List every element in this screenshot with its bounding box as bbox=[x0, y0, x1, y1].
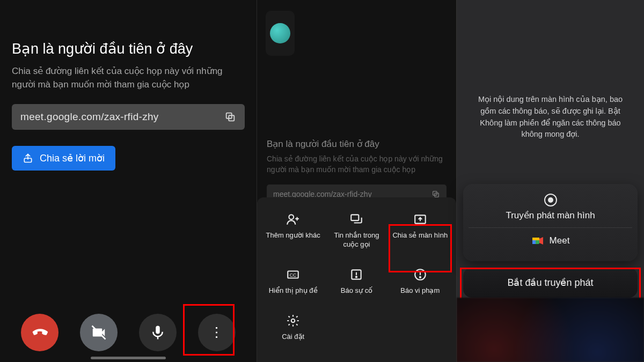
camera-off-icon bbox=[91, 324, 107, 341]
share-icon bbox=[23, 153, 33, 164]
share-invite-label: Chia sẻ lời mời bbox=[40, 152, 105, 164]
call-control-bar: ⋯ bbox=[0, 314, 257, 351]
meeting-link-row: meet.google.com/zax-rfid-zhy bbox=[12, 104, 245, 130]
svg-point-18 bbox=[291, 319, 295, 323]
screenshot-panel-3: Mọi nội dung trên màn hình của bạn, bao … bbox=[456, 0, 644, 362]
broadcast-notice-text: Mọi nội dung trên màn hình của bạn, bao … bbox=[471, 94, 630, 141]
chat-icon bbox=[349, 212, 363, 226]
menu-chat[interactable]: Tin nhắn trong cuộc gọi bbox=[325, 210, 388, 252]
menu-add-people[interactable]: Thêm người khác bbox=[261, 210, 325, 252]
screenshot-panel-1: Bạn là người đầu tiên ở đây Chia sẻ đườn… bbox=[0, 0, 257, 362]
avatar-circle bbox=[270, 23, 290, 43]
dim-title: Bạn là người đầu tiên ở đây bbox=[267, 138, 447, 150]
menu-share-screen[interactable]: Chia sẻ màn hình bbox=[389, 210, 452, 252]
cc-icon: CC bbox=[286, 268, 300, 282]
svg-rect-21 bbox=[532, 238, 539, 240]
broadcast-title-row: Truyền phát màn hình bbox=[469, 194, 632, 228]
menu-label: Tin nhắn trong cuộc gọi bbox=[328, 231, 385, 249]
report-problem-icon bbox=[349, 268, 363, 282]
menu-label: Hiển thị phụ đề bbox=[269, 286, 318, 295]
broadcast-title: Truyền phát màn hình bbox=[506, 210, 595, 221]
svg-marker-22 bbox=[539, 237, 543, 245]
menu-grid: Thêm người khác Tin nhắn trong cuộc gọi … bbox=[261, 210, 452, 344]
copy-icon[interactable] bbox=[224, 111, 236, 123]
svg-rect-8 bbox=[352, 215, 359, 221]
menu-report-problem[interactable]: Báo sự cố bbox=[325, 265, 388, 298]
end-call-button[interactable] bbox=[21, 314, 58, 351]
menu-label: Chia sẻ màn hình bbox=[392, 231, 448, 240]
self-video-thumbnail[interactable] bbox=[266, 11, 295, 56]
panel3-bottom-blur bbox=[457, 298, 644, 362]
dim-subtitle: Chia sẻ đường liên kết của cuộc họp này … bbox=[267, 154, 447, 175]
card-title: Bạn là người đầu tiên ở đây bbox=[12, 40, 245, 57]
mic-button[interactable] bbox=[139, 314, 177, 351]
svg-text:CC: CC bbox=[290, 272, 297, 278]
menu-settings[interactable]: Cài đặt bbox=[261, 312, 325, 344]
svg-point-17 bbox=[420, 277, 421, 278]
broadcast-app-option[interactable]: Meet bbox=[469, 228, 632, 254]
menu-label: Báo vi phạm bbox=[400, 286, 440, 295]
mic-icon bbox=[150, 324, 166, 341]
meeting-link-text: meet.google.com/zax-rfid-zhy bbox=[20, 111, 217, 123]
screenshot-panel-2: Bạn là người đầu tiên ở đây Chia sẻ đườn… bbox=[257, 0, 456, 362]
share-invite-button[interactable]: Chia sẻ lời mời bbox=[12, 146, 115, 171]
record-circle-icon bbox=[544, 194, 557, 206]
empty-meeting-card: Bạn là người đầu tiên ở đây Chia sẻ đườn… bbox=[0, 0, 257, 171]
menu-label: Cài đặt bbox=[282, 333, 304, 342]
more-dots-icon: ⋯ bbox=[210, 326, 224, 339]
start-broadcast-button[interactable]: Bắt đầu truyền phát bbox=[463, 268, 638, 298]
svg-point-7 bbox=[289, 215, 294, 220]
card-subtitle: Chia sẻ đường liên kết của cuộc họp này … bbox=[12, 65, 245, 91]
add-person-icon bbox=[286, 212, 300, 226]
broadcast-picker-sheet: Truyền phát màn hình Meet bbox=[463, 184, 638, 261]
hangup-icon bbox=[32, 324, 48, 341]
home-indicator bbox=[91, 357, 166, 359]
more-options-button[interactable]: ⋯ bbox=[198, 314, 236, 351]
google-meet-logo-icon bbox=[531, 234, 544, 247]
report-abuse-icon bbox=[413, 268, 427, 282]
menu-captions[interactable]: CC Hiển thị phụ đề bbox=[261, 265, 325, 298]
settings-gear-icon bbox=[286, 314, 300, 328]
svg-point-14 bbox=[356, 276, 357, 277]
menu-label: Báo sự cố bbox=[341, 286, 372, 295]
broadcast-app-name: Meet bbox=[550, 235, 570, 246]
camera-off-button[interactable] bbox=[80, 314, 118, 351]
present-screen-icon bbox=[413, 212, 427, 226]
menu-report-abuse[interactable]: Báo vi phạm bbox=[389, 265, 452, 298]
menu-label: Thêm người khác bbox=[266, 231, 320, 240]
more-options-sheet: Thêm người khác Tin nhắn trong cuộc gọi … bbox=[257, 197, 456, 362]
start-broadcast-label: Bắt đầu truyền phát bbox=[507, 277, 593, 288]
